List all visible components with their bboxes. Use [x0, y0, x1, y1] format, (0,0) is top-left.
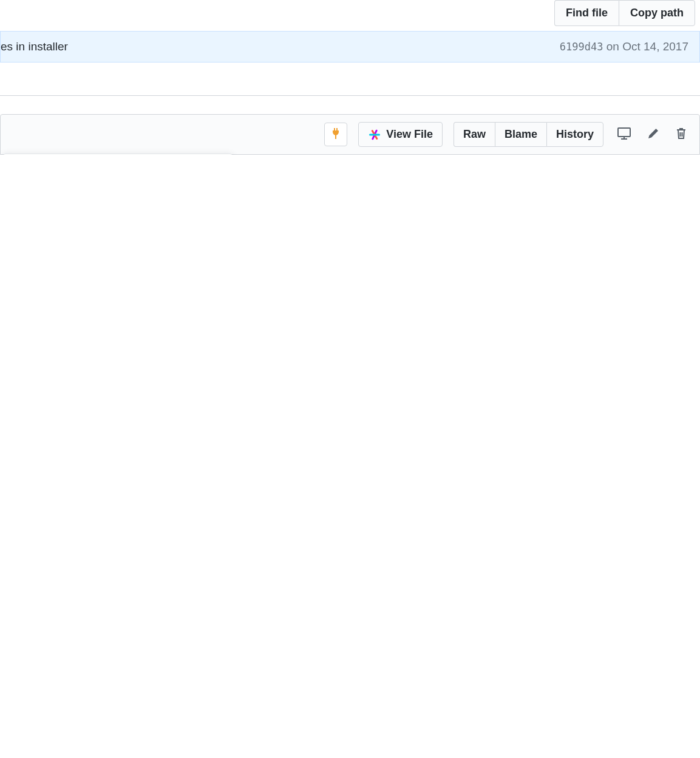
raw-button[interactable]: Raw [454, 122, 495, 147]
delete-button[interactable] [673, 124, 690, 144]
commit-sha[interactable]: 6199d43 [560, 41, 603, 53]
commit-meta: 6199d43 on Oct 14, 2017 [560, 40, 688, 53]
view-file-button[interactable]: View File [358, 122, 443, 147]
desktop-icon [617, 127, 631, 142]
find-file-button[interactable]: Find file [554, 0, 619, 26]
trash-icon [675, 127, 687, 142]
svg-rect-2 [369, 134, 380, 135]
code-intel-plug-button[interactable] [324, 123, 347, 146]
commit-message: es in installer [1, 40, 68, 53]
commit-bar: es in installer 6199d43 on Oct 14, 2017 [0, 31, 700, 63]
commit-date: on Oct 14, 2017 [607, 40, 688, 53]
spacer [0, 63, 700, 96]
blame-button[interactable]: Blame [495, 122, 546, 147]
pencil-icon [647, 127, 659, 141]
source-button-group: Raw Blame History [454, 122, 603, 147]
edit-button[interactable] [645, 125, 662, 144]
file-header: View File Raw Blame History Connected to… [0, 114, 700, 155]
code-intel-popover: Connected to the C++ language server Pro… [3, 154, 233, 155]
sourcegraph-logo-icon [368, 128, 381, 141]
svg-rect-3 [618, 128, 630, 137]
plug-icon [331, 128, 341, 141]
desktop-button[interactable] [614, 124, 634, 144]
view-file-label: View File [386, 126, 433, 143]
history-button[interactable]: History [546, 122, 603, 147]
copy-path-button[interactable]: Copy path [619, 0, 695, 26]
